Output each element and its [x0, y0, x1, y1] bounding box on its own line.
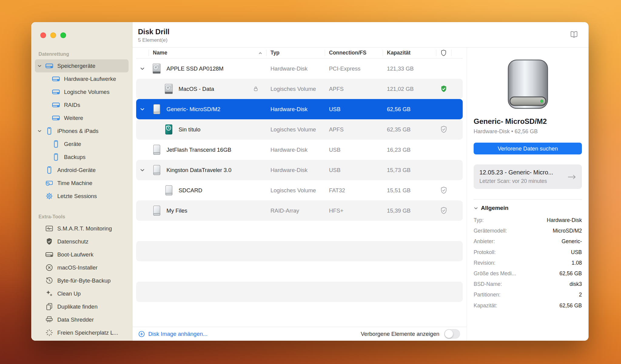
table-row[interactable]: JetFlash Transcend 16GBHardware-DiskUSB1…	[136, 140, 463, 160]
drive-icon	[45, 250, 53, 259]
device-name: APPLE SSD AP0128M	[166, 65, 223, 72]
device-table: Name Typ Connection/FS Kapazität	[133, 48, 467, 341]
sidebar-item-label: RAIDs	[64, 102, 80, 108]
sidebar-item-boot-laufwerk[interactable]: Boot-Laufwerk	[35, 248, 129, 261]
sidebar-item-data-shredder[interactable]: Data Shredder	[35, 313, 129, 326]
shield-protected-icon	[440, 85, 448, 93]
sidebar-item-clean-up[interactable]: Clean Up	[35, 287, 129, 300]
kapazitaet-cell: 16,23 GB	[383, 147, 436, 153]
column-header-connection[interactable]: Connection/FS	[325, 48, 383, 58]
sidebar-item-label: Backups	[64, 154, 86, 160]
close-button[interactable]	[40, 32, 46, 38]
chevron-down-icon	[37, 64, 45, 68]
hdd-icon	[163, 83, 174, 94]
table-row[interactable]: Kingston DataTraveler 3.0Hardware-DiskUS…	[136, 160, 463, 180]
property-row-anbieter: Anbieter:Generic-	[474, 236, 582, 247]
last-scan-session-card[interactable]: 12.05.23 - Generic- Micro... Letzter Sca…	[474, 164, 582, 189]
kapazitaet-cell: 15,51 GB	[383, 187, 436, 194]
iphone-icon	[52, 153, 60, 161]
sidebar-item-letzte-sessions[interactable]: Letzte Sessions	[35, 190, 129, 203]
column-header-name-label: Name	[153, 50, 167, 56]
table-row[interactable]: My FilesRAID-ArrayHFS+15,39 GB	[136, 200, 463, 221]
help-book-icon[interactable]	[569, 30, 579, 39]
sidebar-item-raids[interactable]: RAIDs	[35, 98, 129, 111]
table-row[interactable]: Generic- MicroSD/M2Hardware-DiskUSB62,56…	[136, 99, 463, 119]
connection-cell: FAT32	[325, 187, 383, 194]
sidebar-item-speichergerate[interactable]: Speichergeräte	[35, 59, 129, 72]
table-row[interactable]: SDCARDLogisches VolumeFAT3215,51 GB	[136, 180, 463, 200]
table-row[interactable]: APPLE SSD AP0128MHardware-DiskPCI-Expres…	[136, 58, 463, 79]
sidebar-item-hardware-laufwerke[interactable]: Hardware-Laufwerke	[35, 72, 129, 85]
sidebar-item-backups[interactable]: Backups	[35, 151, 129, 164]
property-row-revision: Revision:1.08	[474, 258, 582, 268]
sidebar-item-logische-volumes[interactable]: Logische Volumes	[35, 85, 129, 98]
sidebar-item-label: Data Shredder	[57, 316, 94, 323]
external-icon	[151, 205, 162, 216]
device-name: SDCARD	[179, 187, 202, 194]
wand-icon	[45, 329, 53, 337]
property-value: Hardware-Disk	[547, 217, 582, 223]
documents-icon	[45, 303, 53, 311]
monitoring-icon	[45, 224, 53, 233]
sidebar-item-weitere[interactable]: Weitere	[35, 111, 129, 124]
shield-cell	[436, 125, 451, 134]
attach-disk-image-button[interactable]: Disk Image anhängen...	[138, 330, 207, 338]
column-header-kapazitaet[interactable]: Kapazität	[383, 48, 436, 58]
sidebar-item-iphones-ipads[interactable]: iPhones & iPads	[35, 124, 129, 137]
sidebar-item-label: Logische Volumes	[64, 89, 109, 95]
typ-cell: Hardware-Disk	[266, 65, 325, 72]
property-label: Gerätemodell:	[474, 228, 507, 234]
sidebar-item-android-gerate[interactable]: Android-Geräte	[35, 164, 129, 177]
name-cell: APPLE SSD AP0128M	[149, 58, 266, 79]
table-row[interactable]: Sin títuloLogisches VolumeAPFS62,35 GB	[136, 119, 463, 140]
sidebar-item-macos-installer[interactable]: macOS-Installer	[35, 261, 129, 274]
sort-ascending-icon	[258, 51, 263, 55]
chevron-down-icon	[474, 206, 478, 210]
scan-lost-data-button[interactable]: Verlorene Daten suchen	[474, 143, 582, 154]
chevron-slot	[140, 188, 145, 193]
column-header-kapazitaet-label: Kapazität	[387, 50, 411, 56]
external-icon	[151, 164, 162, 176]
property-value: disk3	[569, 281, 582, 287]
sidebar-item-byte-fur-byte-backup[interactable]: Byte-für-Byte-Backup	[35, 274, 129, 287]
sidebar-item-datenschutz[interactable]: Datenschutz	[35, 235, 129, 248]
name-cell: MacOS - Data	[149, 79, 266, 99]
property-row-kapazitat: Kapazität:62,56 GB	[474, 300, 582, 311]
external-icon	[151, 104, 162, 115]
sidebar-item-time-machine[interactable]: Time Machine	[35, 177, 129, 190]
shield-cell	[436, 85, 451, 93]
sidebar-item-s-m-a-r-t-monitoring[interactable]: S.M.A.R.T. Monitoring	[35, 222, 129, 235]
typ-cell: Hardware-Disk	[266, 106, 325, 113]
show-hidden-toggle[interactable]	[444, 329, 460, 339]
sidebar-item-gerate[interactable]: Geräte	[35, 137, 129, 151]
table-row-empty	[136, 282, 463, 302]
table-row-empty	[136, 261, 463, 282]
zoom-button[interactable]	[60, 32, 66, 38]
property-label: Typ:	[474, 217, 484, 223]
minimize-button[interactable]	[50, 32, 56, 38]
general-section-header[interactable]: Allgemein	[474, 205, 582, 211]
column-header-typ[interactable]: Typ	[266, 48, 325, 58]
property-row-gro-e-des-medi: Größe des Medi...62,56 GB	[474, 268, 582, 279]
sidebar-item-freien-speicherplatz-l[interactable]: Freien Speicherplatz L...	[35, 326, 129, 339]
sidebar-item-label: iPhones & iPads	[57, 128, 99, 134]
device-name: MacOS - Data	[179, 86, 214, 92]
show-hidden-label: Verborgene Elemente anzeigen	[361, 331, 439, 337]
column-header-name[interactable]: Name	[149, 48, 266, 58]
shredder-icon	[45, 316, 53, 324]
chevron-down-icon	[140, 167, 145, 173]
property-value: MicroSD/M2	[553, 228, 582, 234]
connection-cell: APFS	[325, 126, 383, 133]
attach-disk-image-label: Disk Image anhängen...	[148, 331, 207, 337]
connection-cell: HFS+	[325, 207, 383, 214]
sidebar-item-duplikate-finden[interactable]: Duplikate finden	[35, 300, 129, 313]
typ-cell: Hardware-Disk	[266, 147, 325, 153]
gear-icon	[45, 192, 53, 200]
typ-cell: Logisches Volume	[266, 126, 325, 133]
property-label: BSD-Name:	[474, 281, 502, 287]
sidebar-item-label: Android-Geräte	[57, 167, 96, 174]
hdd-icon	[151, 63, 162, 74]
typ-cell: Logisches Volume	[266, 187, 325, 194]
column-header-protection[interactable]	[436, 48, 451, 58]
table-row[interactable]: MacOS - DataLogisches VolumeAPFS121,02 G…	[136, 79, 463, 99]
